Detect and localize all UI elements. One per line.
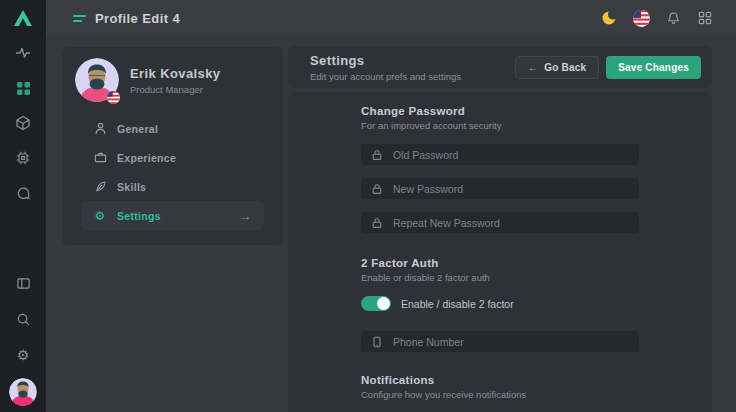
- go-back-label: Go Back: [544, 62, 586, 73]
- settings-header: Settings Edit your account prefs and set…: [288, 46, 712, 88]
- section-subtitle: Enable or disable 2 factor auth: [361, 272, 639, 284]
- moon-icon[interactable]: [600, 9, 618, 27]
- menu-item-label: General: [117, 123, 158, 135]
- menu-item-label: Experience: [117, 152, 176, 164]
- triangle-logo: [0, 0, 46, 36]
- section-title: Notifications: [361, 374, 639, 387]
- notifications-section: Notifications Configure how you receive …: [361, 374, 639, 401]
- briefcase-icon: [93, 151, 107, 164]
- activity-icon[interactable]: [10, 40, 36, 66]
- search-icon[interactable]: [10, 306, 36, 332]
- toggle-knob: [377, 297, 390, 310]
- menu-item-settings[interactable]: ⚙ Settings →: [81, 201, 264, 230]
- lock-icon: [371, 149, 383, 161]
- us-flag-badge-icon: [107, 90, 120, 103]
- save-changes-label: Save Changes: [618, 62, 689, 73]
- smartphone-icon: [371, 336, 383, 348]
- menu-item-skills[interactable]: Skills: [81, 172, 264, 201]
- arrow-right-icon: →: [240, 209, 252, 223]
- toggle-label: Enable / disable 2 factor: [401, 298, 514, 310]
- app-window: ⚙ Profile Edit 4: [0, 0, 736, 412]
- chip-icon[interactable]: [10, 145, 36, 171]
- go-back-button[interactable]: ← Go Back: [515, 56, 599, 79]
- change-password-section: Change Password For an improved account …: [361, 105, 639, 233]
- layout-icon[interactable]: [10, 270, 36, 296]
- chat-icon[interactable]: [10, 180, 36, 206]
- profile-name: Erik Kovalsky: [130, 66, 220, 81]
- package-icon[interactable]: [10, 110, 36, 136]
- hamburger-icon[interactable]: [73, 15, 86, 22]
- two-factor-toggle[interactable]: [361, 296, 391, 311]
- profile-card: Erik Kovalsky Product Manager General Ex…: [62, 47, 283, 245]
- new-password-input[interactable]: [393, 183, 629, 195]
- menu-item-experience[interactable]: Experience: [81, 143, 264, 172]
- lock-icon: [371, 183, 383, 195]
- section-title: 2 Factor Auth: [361, 257, 639, 270]
- page-body: Erik Kovalsky Product Manager General Ex…: [46, 36, 736, 412]
- icon-rail: ⚙: [0, 0, 46, 412]
- feather-icon: [93, 180, 107, 193]
- settings-content: Change Password For an improved account …: [288, 92, 712, 412]
- old-password-field[interactable]: [361, 144, 639, 165]
- repeat-password-input[interactable]: [393, 217, 629, 229]
- old-password-input[interactable]: [393, 149, 629, 161]
- settings-subtitle: Edit your account prefs and settings: [310, 71, 461, 82]
- menu-item-label: Skills: [117, 181, 146, 193]
- menu-item-label: Settings: [117, 210, 161, 222]
- section-subtitle: For an improved account security: [361, 120, 639, 132]
- profile-role: Product Manager: [130, 84, 220, 95]
- user-avatar-image: [9, 378, 37, 406]
- profile-avatar: [75, 58, 119, 102]
- apps-grid-icon[interactable]: [696, 9, 714, 27]
- user-avatar[interactable]: [9, 378, 37, 406]
- profile-menu: General Experience Skills ⚙ Settings: [62, 110, 283, 230]
- phone-number-input[interactable]: [393, 336, 629, 348]
- gear-icon[interactable]: ⚙: [10, 342, 36, 368]
- topbar: Profile Edit 4: [46, 0, 736, 36]
- settings-title: Settings: [310, 53, 461, 68]
- dashboard-grid-icon[interactable]: [10, 75, 36, 101]
- two-factor-section: 2 Factor Auth Enable or disable 2 factor…: [361, 257, 639, 352]
- gear-icon: ⚙: [93, 210, 107, 222]
- user-icon: [93, 122, 107, 135]
- page-title: Profile Edit 4: [95, 11, 180, 26]
- phone-number-field[interactable]: [361, 331, 639, 352]
- repeat-password-field[interactable]: [361, 212, 639, 233]
- save-changes-button[interactable]: Save Changes: [606, 56, 701, 79]
- menu-item-general[interactable]: General: [81, 114, 264, 143]
- triangle-logo-icon: [13, 9, 33, 27]
- section-subtitle: Configure how you receive notifications: [361, 389, 639, 401]
- us-flag-icon[interactable]: [632, 9, 650, 27]
- bell-icon[interactable]: [664, 9, 682, 27]
- back-arrow-icon: ←: [528, 62, 538, 73]
- new-password-field[interactable]: [361, 178, 639, 199]
- section-title: Change Password: [361, 105, 639, 118]
- lock-icon: [371, 217, 383, 229]
